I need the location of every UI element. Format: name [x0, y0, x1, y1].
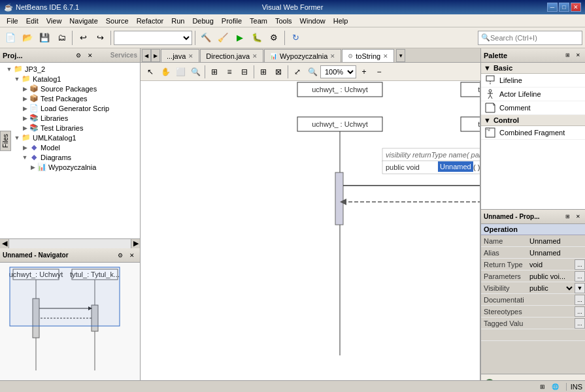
files-side-tab[interactable]: Files [0, 131, 11, 151]
menu-run[interactable]: Run [167, 16, 188, 25]
tabs-dropdown-btn[interactable]: ▼ [396, 49, 405, 62]
maximize-button[interactable]: □ [559, 3, 569, 12]
palette-item-actor-lifeline[interactable]: Actor Lifeline [481, 88, 585, 101]
zoom-selector[interactable]: 100% 75% 50% 150% [320, 65, 356, 78]
open-button[interactable]: 📂 [20, 30, 35, 46]
menu-source[interactable]: Source [102, 16, 133, 25]
tagged-values-btn[interactable]: ... [575, 318, 585, 329]
redo-button[interactable]: ↪ [92, 30, 108, 46]
profile-run-button[interactable]: ⚙ [266, 30, 282, 46]
tree-item-uml-katalog1[interactable]: ▼ 📁 UMLKatalog1 [1, 133, 139, 142]
palette-section-control[interactable]: ▼ Control [481, 115, 585, 126]
tabs-scroll-right[interactable]: ▶ [151, 49, 160, 62]
menu-navigate[interactable]: Navigate [65, 16, 101, 25]
search-input[interactable] [490, 34, 579, 42]
menu-file[interactable]: File [3, 16, 22, 25]
menu-refactor[interactable]: Refactor [133, 16, 168, 25]
tabs-scroll-left[interactable]: ◀ [142, 49, 151, 62]
visibility-dropdown-btn[interactable]: ▼ [575, 283, 585, 293]
tree-item-load-gen[interactable]: ▶ 📄 Load Generator Scrip [1, 103, 139, 113]
diagrams-icon: ◆ [29, 153, 39, 161]
menu-debug[interactable]: Debug [188, 16, 217, 25]
palette-btn2[interactable]: ✕ [573, 51, 582, 60]
run-button[interactable]: ▶ [232, 30, 248, 46]
menu-profile[interactable]: Profile [218, 16, 246, 25]
parameters-btn[interactable]: ... [575, 271, 585, 282]
palette-section-basic[interactable]: ▼ Basic [481, 63, 585, 74]
diagram-canvas[interactable]: uchwyt_ : Uchwyt tytul_ : Tytul_ksiazki … [141, 81, 480, 392]
status-ins: INS [566, 383, 582, 391]
build-button[interactable]: 🔨 [198, 30, 214, 46]
toolbar: 📄 📂 💾 🗂 ↩ ↪ 🔨 🧹 ▶ 🐛 ⚙ ↻ 🔍 [0, 27, 585, 48]
menu-window[interactable]: Window [296, 16, 329, 25]
scroll-right-btn[interactable]: ▶ [131, 239, 140, 248]
props-btn2[interactable]: ✕ [573, 212, 582, 221]
align-btn2[interactable]: ≡ [222, 65, 237, 79]
menu-tools[interactable]: Tools [271, 16, 296, 25]
zoom-out-btn[interactable]: 🔍 [305, 65, 320, 79]
tree-item-katalog1[interactable]: ▼ 📁 Katalog1 [1, 74, 139, 84]
zoom-in-tool[interactable]: 🔍 [188, 65, 203, 79]
tree-item-libraries[interactable]: ▶ 📚 Libraries [1, 113, 139, 123]
projects-panel-btn2[interactable]: ✕ [85, 50, 95, 61]
menu-help[interactable]: Help [329, 16, 352, 25]
tab-tostring[interactable]: ⚙ toString ✕ [342, 49, 394, 62]
undo-button[interactable]: ↩ [75, 30, 91, 46]
zoom-fit-btn[interactable]: ⤢ [290, 65, 305, 79]
tree-item-diagrams[interactable]: ▼ ◆ Diagrams [1, 152, 139, 162]
menu-team[interactable]: Team [246, 16, 271, 25]
tab-close-btn[interactable]: ✕ [330, 53, 335, 59]
visibility-select[interactable]: public private protected [527, 284, 575, 293]
new-button[interactable]: 📄 [3, 30, 18, 46]
nav-btn1[interactable]: ⚙ [115, 250, 125, 261]
projects-panel-btn1[interactable]: ⚙ [73, 50, 84, 61]
tree-item-model[interactable]: ▶ ◆ Model [1, 142, 139, 152]
nav-btn2[interactable]: ✕ [127, 250, 137, 261]
save-all-button[interactable]: 🗂 [54, 30, 69, 46]
tab-close-btn[interactable]: ✕ [188, 53, 193, 59]
tab-wypozyczalnia[interactable]: 📊 Wypozyczalnia ✕ [264, 49, 341, 62]
debug-run-button[interactable]: 🐛 [249, 30, 265, 46]
palette-item-comment[interactable]: Comment [481, 101, 585, 115]
marquee-tool[interactable]: ⬜ [173, 65, 188, 79]
lifeline-icon [484, 75, 497, 86]
zoom-out-btn2[interactable]: − [372, 65, 386, 79]
tree-label: Source Packages [41, 85, 97, 93]
status-btn1[interactable]: ⊞ [537, 382, 548, 391]
svg-line-46 [490, 95, 492, 99]
tree-item-test-libraries[interactable]: ▶ 📚 Test Libraries [1, 123, 139, 133]
tab-close-btn[interactable]: ✕ [383, 53, 388, 59]
close-button[interactable]: ✕ [571, 3, 581, 12]
pan-tool[interactable]: ✋ [158, 65, 173, 79]
menu-edit[interactable]: Edit [22, 16, 42, 25]
palette-item-lifeline[interactable]: Lifeline [481, 74, 585, 88]
save-button[interactable]: 💾 [37, 30, 52, 46]
palette-btn1[interactable]: ⊞ [563, 51, 572, 60]
scroll-left-btn[interactable]: ◀ [0, 239, 9, 248]
return-type-btn[interactable]: ... [575, 259, 585, 270]
tree-item-jp3[interactable]: ▼ 📁 JP3_2 [1, 64, 139, 74]
config-selector[interactable] [114, 31, 192, 45]
tab-close-btn[interactable]: ✕ [252, 53, 258, 59]
zoom-in-btn2[interactable]: + [357, 65, 371, 79]
clean-build-button[interactable]: 🧹 [215, 30, 231, 46]
tree-item-wypozyczalnia[interactable]: ▶ 📊 Wypozyczalnia [1, 162, 139, 172]
format-btn[interactable]: ⊠ [271, 65, 286, 79]
documentation-btn[interactable]: ... [575, 295, 585, 305]
palette-item-combined-fragment[interactable]: Combined Fragment [481, 126, 585, 140]
align-btn1[interactable]: ⊞ [207, 65, 222, 79]
tab-java[interactable]: ...java ✕ [161, 49, 199, 62]
select-tool[interactable]: ↖ [143, 65, 158, 79]
refresh-button[interactable]: ↻ [288, 30, 303, 46]
status-btn2[interactable]: 🌐 [550, 382, 561, 391]
minimize-button[interactable]: ─ [547, 3, 558, 12]
tree-item-source-packages[interactable]: ▶ 📦 Source Packages [1, 84, 139, 93]
toolbar-sep-3 [195, 31, 195, 45]
align-btn3[interactable]: ⊟ [237, 65, 252, 79]
props-btn1[interactable]: ⊞ [563, 212, 572, 221]
tree-item-test-packages[interactable]: ▶ 📦 Test Packages [1, 93, 139, 103]
menu-view[interactable]: View [42, 16, 66, 25]
layout-btn[interactable]: ⊞ [256, 65, 271, 79]
tab-direction[interactable]: Direction.java ✕ [200, 49, 263, 62]
stereotypes-btn[interactable]: ... [575, 306, 585, 317]
